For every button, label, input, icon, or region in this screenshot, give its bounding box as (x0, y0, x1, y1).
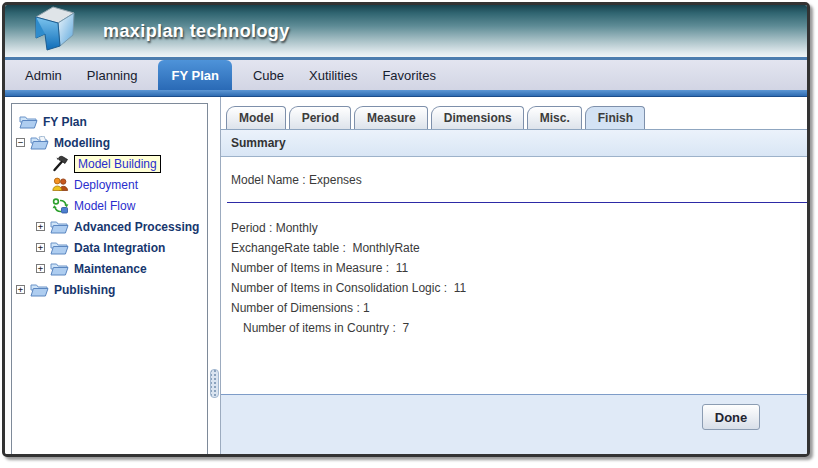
flow-cycle-icon (52, 198, 69, 214)
open-folder-icon (19, 115, 38, 129)
tree-item-model-flow[interactable]: Model Flow (12, 195, 207, 216)
main-menubar: Admin Planning FY Plan Cube Xutilities F… (5, 60, 807, 90)
summary-line-consolidation-count: Number of Items in Consolidation Logic :… (231, 278, 797, 298)
navigation-tree: FY Plan − Modelling (11, 103, 208, 454)
open-folder-icon (30, 136, 49, 150)
tree-item-maintenance[interactable]: + Maintenance (12, 258, 207, 279)
tree-item-label: Publishing (54, 283, 115, 297)
summary-section-header: Summary (221, 129, 807, 157)
open-folder-icon (30, 283, 49, 297)
people-icon (52, 177, 69, 192)
tree-item-advanced-processing[interactable]: + Advanced Processing (12, 216, 207, 237)
tree-item-publishing[interactable]: + Publishing (12, 279, 207, 300)
tab-dimensions[interactable]: Dimensions (431, 106, 524, 129)
wizard-tabstrip: Model Period Measure Dimensions Misc. Fi… (221, 97, 807, 129)
app-window: maxiplan technology Admin Planning FY Pl… (2, 2, 810, 457)
menu-item-xutilities[interactable]: Xutilities (300, 60, 366, 90)
tree-item-label: Advanced Processing (74, 220, 199, 234)
open-folder-icon (50, 241, 69, 255)
hammer-icon (52, 155, 69, 172)
summary-line-measure-count: Number of Items in Measure : 11 (231, 258, 797, 278)
open-folder-icon (50, 262, 69, 276)
tab-period[interactable]: Period (289, 106, 351, 129)
expand-plus-icon[interactable]: + (36, 264, 45, 273)
tree-item-label: Deployment (74, 178, 138, 192)
tree-item-fy-plan[interactable]: FY Plan (12, 111, 207, 132)
content-panel: Model Period Measure Dimensions Misc. Fi… (220, 97, 807, 454)
summary-divider-line (227, 202, 807, 203)
tab-misc[interactable]: Misc. (527, 106, 582, 129)
tree-item-data-integration[interactable]: + Data Integration (12, 237, 207, 258)
main-area: FY Plan − Modelling (5, 97, 807, 454)
summary-line-dimensions-count: Number of Dimensions : 1 (231, 298, 797, 318)
content-footer: Done (221, 394, 807, 454)
open-folder-icon (50, 220, 69, 234)
model-name-line: Model Name : Expenses (231, 173, 797, 187)
expand-plus-icon[interactable]: + (16, 285, 25, 294)
collapse-minus-icon[interactable]: − (16, 138, 25, 147)
sidebar-splitter-handle[interactable] (210, 369, 219, 398)
tree-item-model-building[interactable]: Model Building (12, 153, 207, 174)
tree-item-deployment[interactable]: Deployment (12, 174, 207, 195)
tree-item-label-selected: Model Building (74, 155, 161, 173)
summary-body: Model Name : Expenses Period : Monthly E… (221, 157, 807, 394)
menu-item-cube[interactable]: Cube (244, 60, 293, 90)
app-header: maxiplan technology (5, 5, 807, 60)
tree-item-label: Model Flow (74, 199, 135, 213)
tree-item-label: Modelling (54, 136, 110, 150)
tree-item-label: Maintenance (74, 262, 147, 276)
tab-model[interactable]: Model (226, 106, 286, 129)
tree-item-label: Data Integration (74, 241, 165, 255)
menu-item-admin[interactable]: Admin (16, 60, 71, 90)
done-button[interactable]: Done (702, 404, 760, 430)
expand-plus-icon[interactable]: + (36, 243, 45, 252)
tab-measure[interactable]: Measure (354, 106, 428, 129)
tab-finish[interactable]: Finish (585, 106, 645, 130)
menu-item-planning[interactable]: Planning (78, 60, 147, 90)
tree-item-modelling[interactable]: − Modelling (12, 132, 207, 153)
summary-line-exchange-rate: ExchangeRate table : MonthlyRate (231, 238, 797, 258)
tree-item-label: FY Plan (43, 115, 87, 129)
menu-item-fy-plan[interactable]: FY Plan (158, 60, 231, 90)
maxiplan-cube-logo-icon (25, 4, 79, 58)
menubar-accent-strip (5, 90, 807, 97)
menu-item-favorites[interactable]: Favorites (373, 60, 444, 90)
summary-line-period: Period : Monthly (231, 218, 797, 238)
expand-plus-icon[interactable]: + (36, 222, 45, 231)
summary-line-country-count: Number of items in Country : 7 (231, 318, 797, 338)
app-title: maxiplan technology (103, 21, 290, 42)
